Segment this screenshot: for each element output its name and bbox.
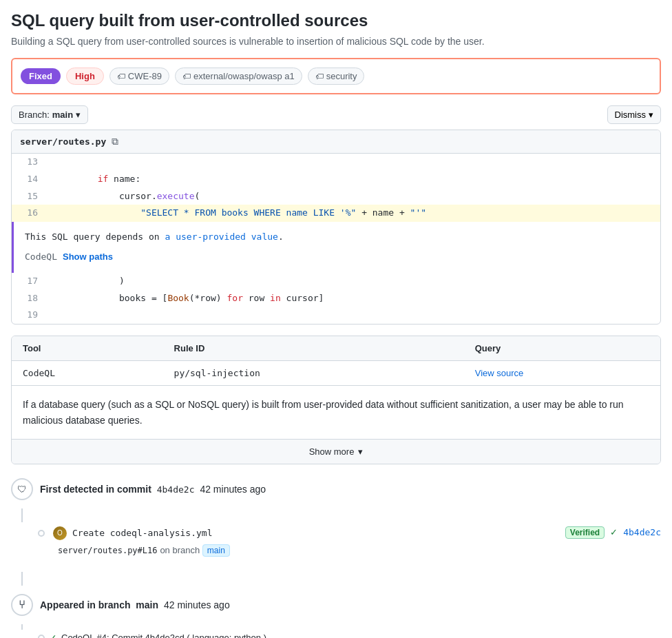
verified-badge-1: Verified: [565, 526, 605, 539]
shield-icon: 🛡: [11, 478, 33, 500]
col-rule: Rule ID: [163, 336, 464, 361]
commit-text-1: Create codeql-analysis.yml: [72, 528, 560, 538]
appeared-title: Appeared in branch main 42 minutes ago: [40, 599, 230, 610]
code-line-19: 19: [12, 307, 660, 324]
show-more-button[interactable]: Show more ▾: [12, 439, 660, 464]
badge-fixed: Fixed: [21, 68, 61, 84]
user-provided-value-link[interactable]: a user-provided value: [165, 231, 278, 242]
alert-box: This SQL query depends on a user-provide…: [12, 222, 660, 273]
commit-row-1: O Create codeql-analysis.yml Verified ✓ …: [11, 522, 661, 544]
branch-label: Branch:: [19, 110, 50, 120]
commit-meta-1: Verified ✓ 4b4de2c: [565, 526, 661, 539]
code-area: 13 14 if name: 15 cursor.execute( 16 "SE…: [12, 154, 660, 324]
commit-ref-row: server/routes.py#L16 on branch main: [11, 544, 661, 561]
show-paths-link[interactable]: Show paths: [63, 250, 113, 265]
branch-icon: ⑂: [11, 594, 33, 616]
check-icon: ✓: [49, 632, 57, 638]
col-query: Query: [464, 336, 660, 361]
chevron-down-icon-more: ▾: [358, 446, 363, 457]
codeql-check-item: ✓ CodeQL #4: Commit 4b4de2cd ( language:…: [11, 630, 661, 638]
tag-icon: 🏷: [117, 72, 125, 81]
chevron-down-icon: ▾: [76, 110, 81, 120]
avatar-1: O: [53, 526, 67, 540]
chevron-down-icon-dismiss: ▾: [649, 110, 653, 120]
view-source-link[interactable]: View source: [475, 368, 524, 378]
code-line-13: 13: [12, 154, 660, 171]
file-name: server/routes.py: [20, 136, 106, 147]
dismiss-button[interactable]: Dismiss ▾: [607, 105, 662, 124]
description-box: If a database query (such as a SQL or No…: [12, 385, 660, 439]
branch-pill-1: main: [202, 544, 230, 557]
badge-security[interactable]: 🏷 security: [308, 68, 365, 85]
tag-icon-3: 🏷: [315, 72, 324, 81]
commit-ref-1[interactable]: server/routes.py#L16: [58, 546, 158, 555]
alert-footer: CodeQL Show paths: [25, 250, 649, 265]
file-panel: server/routes.py ⧉ 13 14 if name: 15 cur…: [11, 130, 661, 325]
query-value: View source: [464, 361, 660, 386]
first-detected-header: 🛡 First detected in commit 4b4de2c 42 mi…: [11, 475, 661, 503]
badge-owasp[interactable]: 🏷 external/owasp/owasp a1: [175, 68, 302, 85]
page-description: Building a SQL query from user-controlle…: [11, 36, 661, 47]
toolbar: Branch: main ▾ Dismiss ▾: [11, 105, 661, 124]
tool-value: CodeQL: [12, 361, 163, 386]
info-panel: Tool Rule ID Query CodeQL py/sql-injecti…: [11, 336, 661, 464]
badge-severity: High: [66, 68, 104, 85]
tag-icon-2: 🏷: [182, 72, 191, 81]
code-line-17: 17 ): [12, 273, 660, 290]
col-tool: Tool: [12, 336, 163, 361]
badge-cwe[interactable]: 🏷 CWE-89: [109, 68, 169, 85]
info-row: CodeQL py/sql-injection View source: [12, 361, 660, 386]
info-table: Tool Rule ID Query CodeQL py/sql-injecti…: [12, 336, 660, 385]
code-line-15: 15 cursor.execute(: [12, 188, 660, 205]
copy-icon[interactable]: ⧉: [112, 136, 118, 147]
timeline-appeared: ⑂ Appeared in branch main 42 minutes ago…: [11, 591, 661, 638]
code-line-18: 18 books = [Book(*row) for row in cursor…: [12, 290, 660, 307]
rule-value: py/sql-injection: [163, 361, 464, 386]
branch-value: main: [52, 110, 73, 120]
alert-text: This SQL query depends on a user-provide…: [25, 230, 649, 245]
timeline-first-detected: 🛡 First detected in commit 4b4de2c 42 mi…: [11, 475, 661, 561]
appeared-header: ⑂ Appeared in branch main 42 minutes ago: [11, 591, 661, 619]
page-title: SQL query built from user-controlled sou…: [11, 11, 661, 30]
first-detected-title: First detected in commit 4b4de2c 42 minu…: [40, 484, 266, 495]
badges-container: Fixed High 🏷 CWE-89 🏷 external/owasp/owa…: [11, 58, 661, 94]
branch-selector[interactable]: Branch: main ▾: [11, 105, 88, 124]
file-header: server/routes.py ⧉: [12, 130, 660, 154]
timeline: 🛡 First detected in commit 4b4de2c 42 mi…: [11, 475, 661, 638]
codeql-label: CodeQL: [25, 250, 57, 265]
commit-hash-1[interactable]: 4b4de2c: [623, 527, 661, 537]
code-line-14: 14 if name:: [12, 171, 660, 188]
code-line-16: 16 "SELECT * FROM books WHERE name LIKE …: [12, 205, 660, 222]
